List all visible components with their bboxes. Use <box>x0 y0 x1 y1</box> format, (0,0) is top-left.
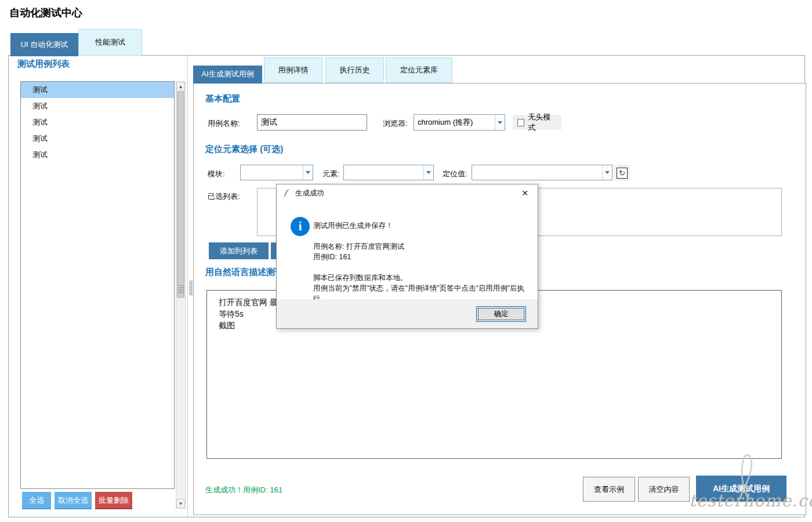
tab-ui-automation[interactable]: UI 自动化测试 <box>10 33 78 56</box>
status-message: 生成成功！用例ID: 161 <box>205 485 282 495</box>
headless-checkbox[interactable]: 无头模式 <box>513 115 561 130</box>
scroll-down-icon[interactable]: ▼ <box>176 499 185 508</box>
headless-label: 无头模式 <box>528 112 557 133</box>
watermark-text: testerhome.com <box>689 491 812 510</box>
deselect-all-button[interactable]: 取消全选 <box>55 492 92 509</box>
module-combobox[interactable] <box>240 165 313 180</box>
dropdown-arrow-icon[interactable] <box>495 115 505 130</box>
success-dialog: 生成成功 ✕ i 测试用例已生成并保存！ 用例名称: 打开百度官网测试 用例ID… <box>276 184 538 329</box>
case-name-input[interactable] <box>257 114 367 130</box>
ok-button[interactable]: 确定 <box>476 306 526 322</box>
scrollbar-grip <box>179 285 184 293</box>
dialog-message: 测试用例已生成并保存！ 用例名称: 打开百度官网测试 用例ID: 161 脚本已… <box>313 220 528 304</box>
dropdown-arrow-icon[interactable] <box>303 165 313 180</box>
close-icon[interactable]: ✕ <box>512 184 538 202</box>
dialog-footer: 确定 <box>277 299 538 328</box>
view-example-button[interactable]: 查看示例 <box>583 477 635 502</box>
basic-config-title: 基本配置 <box>205 93 240 104</box>
test-case-list-title: 测试用例列表 <box>17 59 70 70</box>
list-item[interactable]: 测试 <box>21 147 174 163</box>
tab-performance[interactable]: 性能测试 <box>78 29 142 56</box>
sash-grip[interactable] <box>189 281 193 295</box>
dialog-title: 生成成功 <box>295 188 324 198</box>
list-scrollbar[interactable]: ▲ ▼ <box>176 81 186 509</box>
select-all-button[interactable]: 全选 <box>22 492 51 509</box>
locator-value-combobox[interactable] <box>472 165 612 180</box>
locator-value-label: 定位值: <box>443 169 467 179</box>
tab-ai-generate-case[interactable]: AI生成测试用例 <box>193 66 262 84</box>
browser-label: 浏览器: <box>383 118 408 129</box>
app-window: 自动化测试中心 UI 自动化测试 性能测试 测试用例列表 测试 测试 测试 测试… <box>0 0 812 522</box>
browser-value: chromium (推荐) <box>414 117 495 128</box>
case-name-label: 用例名称: <box>208 118 240 129</box>
browser-combobox[interactable]: chromium (推荐) <box>414 114 505 130</box>
checkbox-box-icon[interactable] <box>517 119 524 126</box>
list-item[interactable]: 测试 <box>21 130 174 147</box>
refresh-icon: ↻ <box>617 168 628 179</box>
clear-content-button[interactable]: 清空内容 <box>638 477 690 502</box>
tab-case-detail[interactable]: 用例详情 <box>264 57 322 83</box>
dialog-titlebar: 生成成功 <box>277 184 538 202</box>
scrollbar-thumb[interactable] <box>177 92 184 298</box>
tab-exec-history[interactable]: 执行历史 <box>325 57 384 83</box>
list-item[interactable]: 测试 <box>21 82 174 98</box>
scroll-up-icon[interactable]: ▲ <box>176 82 185 91</box>
add-to-list-button[interactable]: 添加到列表 <box>209 242 269 259</box>
element-label: 元素: <box>322 169 340 179</box>
dropdown-arrow-icon[interactable] <box>423 165 433 180</box>
pane-divider <box>187 56 188 517</box>
tab-locator-library[interactable]: 定位元素库 <box>386 57 452 83</box>
list-item[interactable]: 测试 <box>21 114 174 130</box>
list-item[interactable]: 测试 <box>21 98 174 114</box>
refresh-button[interactable]: ↻ <box>614 165 630 181</box>
dropdown-arrow-icon[interactable] <box>602 165 612 180</box>
page-title: 自动化测试中心 <box>9 6 82 20</box>
module-label: 模块: <box>208 169 225 179</box>
batch-delete-button[interactable]: 批量删除 <box>95 492 132 509</box>
element-combobox[interactable] <box>343 165 434 180</box>
tk-feather-icon <box>282 188 291 198</box>
locator-section-title: 定位元素选择 (可选) <box>205 144 283 155</box>
test-case-listbox: 测试 测试 测试 测试 测试 <box>20 81 175 489</box>
selected-list-label: 已选列表: <box>208 191 240 202</box>
info-icon: i <box>291 217 310 236</box>
